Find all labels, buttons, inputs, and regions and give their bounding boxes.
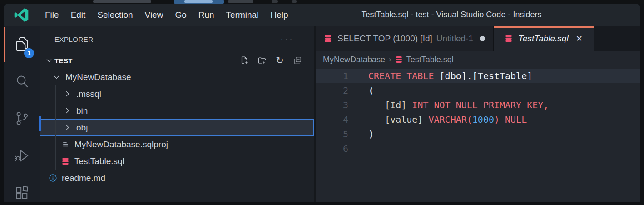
code-text: [value] VARCHAR(1000) NULL bbox=[348, 114, 527, 125]
sidebar-resize-sash[interactable] bbox=[39, 116, 41, 131]
run-and-debug-icon bbox=[14, 147, 30, 166]
breadcrumb: MyNewDatabase›TestTable.sql bbox=[316, 51, 640, 68]
info-icon bbox=[48, 173, 58, 183]
menu-view[interactable]: View bbox=[139, 8, 169, 22]
menubar: FileEditSelectionViewGoRunTerminalHelp bbox=[39, 8, 294, 22]
section-title: TEST bbox=[54, 57, 73, 65]
activitybar-explorer[interactable]: 1 bbox=[4, 26, 40, 63]
editor-tabbar: SELECT TOP (1000) [Id]Untitled-1TestTabl… bbox=[316, 26, 640, 51]
activitybar-extensions[interactable] bbox=[4, 175, 40, 202]
chevron-right-icon[interactable] bbox=[62, 123, 72, 133]
line-number: 2 bbox=[316, 85, 348, 96]
tree-item-label: bin bbox=[76, 106, 88, 116]
vscode-window: FileEditSelectionViewGoRunTerminalHelp T… bbox=[4, 4, 640, 202]
line-number: 5 bbox=[316, 129, 348, 140]
new-file-icon[interactable] bbox=[239, 55, 250, 66]
tree-item-bin[interactable]: bin bbox=[40, 102, 314, 119]
more-actions-icon[interactable]: ··· bbox=[280, 37, 294, 41]
chevron-down-icon bbox=[45, 56, 54, 65]
database-icon bbox=[60, 156, 70, 166]
window-title: TestTable.sql - test - Visual Studio Cod… bbox=[317, 10, 586, 20]
editor-tab-select-top-1000-id[interactable]: SELECT TOP (1000) [Id]Untitled-1 bbox=[316, 26, 494, 51]
code-text: CREATE TABLE [dbo].[TestTable] bbox=[348, 70, 532, 81]
activitybar-search[interactable] bbox=[4, 63, 40, 100]
vscode-insiders-logo bbox=[14, 7, 29, 23]
tree-item-testtable-sql[interactable]: TestTable.sql bbox=[40, 153, 314, 170]
menu-run[interactable]: Run bbox=[193, 8, 220, 22]
titlebar: FileEditSelectionViewGoRunTerminalHelp T… bbox=[4, 4, 640, 26]
line-number: 3 bbox=[316, 100, 348, 110]
tree-item-label: obj bbox=[76, 123, 88, 133]
line-number: 4 bbox=[316, 114, 348, 125]
new-folder-icon[interactable] bbox=[257, 55, 268, 66]
breadcrumb-segment-mynewdatabase[interactable]: MyNewDatabase bbox=[323, 55, 385, 65]
sqlproj-file-icon bbox=[60, 140, 70, 150]
menu-help[interactable]: Help bbox=[264, 8, 294, 22]
tree-item-label: MyNewDatabase.sqlproj bbox=[74, 140, 168, 150]
code-text: ) bbox=[348, 129, 374, 140]
breadcrumb-separator-icon: › bbox=[389, 55, 391, 64]
editor-group: SELECT TOP (1000) [Id]Untitled-1TestTabl… bbox=[316, 26, 640, 202]
tree-item-mynewdatabase-sqlproj[interactable]: MyNewDatabase.sqlproj bbox=[40, 136, 314, 153]
tree-item-mynewdatabase[interactable]: MyNewDatabase bbox=[40, 69, 314, 85]
code-editor[interactable]: 1CREATE TABLE [dbo].[TestTable]2(3 [Id] … bbox=[316, 68, 640, 202]
explorer-tree: MyNewDatabase.mssqlbinobjMyNewDatabase.s… bbox=[40, 69, 314, 202]
chevron-right-icon[interactable] bbox=[62, 106, 72, 116]
tree-item-label: MyNewDatabase bbox=[65, 72, 131, 82]
tab-label: SELECT TOP (1000) [Id] bbox=[337, 34, 432, 44]
modified-dot-icon[interactable] bbox=[480, 36, 485, 41]
tree-item-readme-md[interactable]: readme.md bbox=[40, 170, 314, 186]
search-icon bbox=[14, 73, 30, 91]
chevron-down-icon[interactable] bbox=[51, 72, 61, 82]
tree-item-obj[interactable]: obj bbox=[40, 119, 314, 136]
code-line-2[interactable]: 2( bbox=[316, 83, 640, 98]
tree-item-mssql[interactable]: .mssql bbox=[40, 85, 314, 102]
editor-indent-guide bbox=[369, 98, 369, 127]
tree-item-label: readme.md bbox=[62, 173, 105, 183]
code-line-5[interactable]: 5) bbox=[316, 127, 640, 141]
activity-bar: 1 bbox=[4, 26, 40, 202]
extensions-icon bbox=[14, 185, 30, 202]
editor-tab-testtable-sql[interactable]: TestTable.sql✕ bbox=[494, 26, 594, 51]
refresh-icon[interactable]: ↻ bbox=[274, 55, 285, 66]
chevron-right-icon[interactable] bbox=[62, 89, 72, 99]
explorer-sidebar: EXPLORER ··· TEST bbox=[40, 26, 314, 202]
menu-selection[interactable]: Selection bbox=[91, 8, 139, 22]
code-line-1[interactable]: 1CREATE TABLE [dbo].[TestTable] bbox=[316, 69, 640, 83]
code-text: [Id] INT NOT NULL PRIMARY KEY, bbox=[348, 100, 549, 110]
code-text: ( bbox=[348, 85, 374, 96]
active-indicator bbox=[4, 27, 5, 62]
database-icon bbox=[505, 34, 514, 43]
database-icon bbox=[395, 56, 403, 64]
section-actions: ↻ bbox=[239, 55, 314, 66]
source-control-icon bbox=[14, 110, 30, 129]
database-icon bbox=[324, 34, 333, 43]
tree-item-label: TestTable.sql bbox=[74, 156, 124, 166]
line-number: 6 bbox=[316, 143, 348, 154]
collapse-all-icon[interactable] bbox=[292, 55, 303, 66]
background-window-sliver bbox=[0, 0, 644, 4]
explorer-section-test[interactable]: TEST ↻ bbox=[40, 52, 314, 69]
code-line-3[interactable]: 3 [Id] INT NOT NULL PRIMARY KEY, bbox=[316, 98, 640, 112]
menu-go[interactable]: Go bbox=[169, 8, 192, 22]
tree-item-label: .mssql bbox=[76, 89, 101, 99]
tab-description: Untitled-1 bbox=[436, 34, 473, 44]
code-line-6[interactable]: 6 bbox=[316, 141, 640, 156]
sidebar-header: EXPLORER ··· bbox=[40, 26, 314, 52]
workbench: 1 bbox=[4, 26, 640, 202]
explorer-badge: 1 bbox=[24, 48, 34, 58]
line-number: 1 bbox=[316, 70, 348, 81]
tab-label: TestTable.sql bbox=[518, 34, 569, 44]
indent-guide bbox=[55, 85, 56, 170]
menu-edit[interactable]: Edit bbox=[65, 8, 92, 22]
activitybar-run-and-debug[interactable] bbox=[4, 138, 40, 175]
close-icon[interactable]: ✕ bbox=[576, 34, 583, 44]
code-lines: 1CREATE TABLE [dbo].[TestTable]2(3 [Id] … bbox=[316, 69, 640, 156]
menu-file[interactable]: File bbox=[39, 8, 65, 22]
breadcrumb-segment-testtable-sql[interactable]: TestTable.sql bbox=[406, 55, 454, 65]
activitybar-source-control[interactable] bbox=[4, 100, 40, 138]
sidebar-title: EXPLORER bbox=[54, 35, 94, 43]
menu-terminal[interactable]: Terminal bbox=[220, 8, 265, 22]
code-line-4[interactable]: 4 [value] VARCHAR(1000) NULL bbox=[316, 112, 640, 127]
